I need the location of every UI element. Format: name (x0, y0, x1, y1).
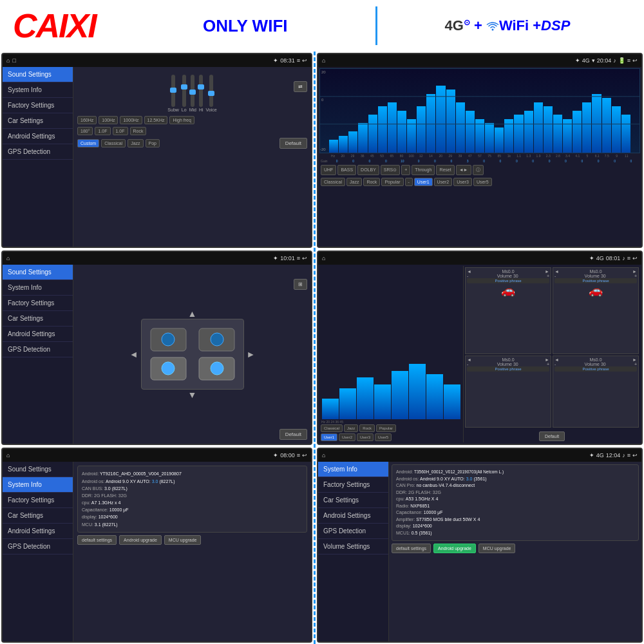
back-icon-r1[interactable]: ↩ (632, 57, 638, 64)
freq-125khz[interactable]: 12.5KHz (144, 116, 168, 124)
sidebar-item-car-settings-2[interactable]: Car Settings (3, 311, 73, 327)
home-icon-r2[interactable]: ⌂ (322, 255, 325, 261)
default-btn-2[interactable]: Default (279, 429, 307, 440)
preset-custom[interactable]: Custom (77, 139, 99, 147)
sidebar-item-android-settings[interactable]: Android Settings (3, 129, 73, 144)
menu-icon-r3[interactable]: ≡ (627, 452, 630, 459)
freq-high[interactable]: High freq (169, 116, 194, 124)
sidebar-item-factory-settings-2[interactable]: Factory Settings (3, 296, 73, 311)
dsp2-user3[interactable]: User3 (357, 433, 374, 441)
home-icon-2[interactable]: ⌂ (6, 255, 10, 261)
sp2-plus[interactable]: + (634, 274, 637, 278)
mcu-upgrade-btn-left[interactable]: MCU upgrade (164, 535, 202, 545)
default-btn-r2[interactable]: Default (539, 431, 565, 441)
sidebar-item-car-settings[interactable]: Car Settings (3, 113, 73, 129)
user3-btn[interactable]: User3 (453, 178, 472, 186)
info-btn[interactable]: ⓘ (473, 165, 484, 175)
home-icon-r3[interactable]: ⌂ (322, 452, 325, 459)
speaker-eq-btn[interactable]: ⊞ (294, 279, 307, 290)
default-btn-1[interactable]: Default (279, 138, 307, 149)
sp4-left-arrow[interactable]: ◄ (554, 357, 559, 362)
srs-btn[interactable]: SRS⊙ (381, 165, 400, 175)
back-icon-2[interactable]: ↩ (302, 255, 307, 261)
sp1-minus[interactable]: - (467, 274, 468, 278)
dolby-btn[interactable]: DOLBY (357, 165, 379, 175)
sidebar-item-gps-detection-r3[interactable]: GPS Detection (318, 524, 388, 539)
sidebar-item-factory-settings-r3[interactable]: Factory Settings (318, 477, 388, 493)
sound-eq-btn[interactable]: ⇄ (294, 81, 307, 92)
sidebar-item-factory-settings-3[interactable]: Factory Settings (3, 493, 73, 508)
dsp2-classical[interactable]: Classical (321, 424, 343, 432)
home-icon[interactable]: ⌂ (6, 57, 10, 64)
preset-classical[interactable]: Classical (101, 139, 126, 147)
bass-btn[interactable]: BASS (337, 165, 356, 175)
user1-btn[interactable]: User1 (414, 178, 433, 186)
dsp2-popular[interactable]: Popular (376, 424, 396, 432)
uhf-btn[interactable]: UHF (321, 165, 336, 175)
rock-btn-r1[interactable]: Rock (363, 178, 380, 186)
sidebar-item-sound-settings-3[interactable]: Sound Settings (3, 462, 73, 477)
sp1-left-arrow[interactable]: ◄ (467, 269, 471, 274)
sidebar-item-sound-settings-2[interactable]: Sound Settings (3, 265, 73, 280)
classical-btn-r1[interactable]: Classical (321, 178, 345, 186)
sidebar-item-sound-settings[interactable]: Sound Settings (3, 67, 73, 82)
sidebar-item-factory-settings[interactable]: Factory Settings (3, 98, 73, 113)
arrow-down[interactable]: ▼ (188, 390, 197, 400)
sidebar-item-system-info[interactable]: System Info (3, 82, 73, 98)
reset-btn[interactable]: Reset (436, 165, 454, 175)
back-icon[interactable]: ↩ (302, 57, 307, 64)
sp1-right-arrow[interactable]: ► (545, 269, 549, 274)
sp3-left-arrow[interactable]: ◄ (467, 357, 471, 362)
popular-btn-r1[interactable]: Popular (381, 178, 403, 186)
sp2-right-arrow[interactable]: ► (632, 269, 637, 274)
android-upgrade-btn-left[interactable]: Android upgrade (119, 535, 162, 545)
expand-icon[interactable]: □ (12, 57, 15, 64)
dsp2-jazz[interactable]: Jazz (344, 424, 358, 432)
sidebar-item-gps-detection-3[interactable]: GPS Detection (3, 539, 73, 554)
preset-jazz[interactable]: Jazz (128, 139, 143, 147)
back-icon-r2[interactable]: ↩ (632, 255, 638, 261)
sidebar-item-android-settings-2[interactable]: Android Settings (3, 327, 73, 342)
plus-btn[interactable]: + (401, 165, 410, 175)
preset-pop[interactable]: Pop (146, 139, 160, 147)
phase-180[interactable]: 180° (77, 127, 93, 135)
back-icon-r3[interactable]: ↩ (632, 452, 638, 459)
freq-1000hz[interactable]: 1000Hz (120, 116, 142, 124)
sidebar-item-system-info-r3[interactable]: System Info (318, 462, 388, 477)
user2-btn[interactable]: User2 (434, 178, 453, 186)
arrow-right-icon[interactable]: ► (247, 349, 256, 359)
android-upgrade-btn-right[interactable]: Android upgrade (433, 544, 476, 553)
user5-btn[interactable]: User5 (473, 178, 492, 186)
dsp2-user1[interactable]: User1 (321, 433, 337, 441)
phase-1f-2[interactable]: 1.0F (113, 127, 128, 135)
sp3-right-arrow[interactable]: ► (545, 357, 549, 362)
sp3-minus[interactable]: - (467, 362, 468, 366)
arrow-left-icon[interactable]: ◄ (129, 349, 138, 359)
sp2-left-arrow[interactable]: ◄ (554, 269, 559, 274)
sp1-plus[interactable]: + (547, 274, 549, 278)
menu-icon-r1[interactable]: ≡ (627, 57, 630, 64)
sp4-plus[interactable]: + (634, 362, 637, 366)
home-icon-r1[interactable]: ⌂ (322, 57, 325, 64)
sidebar-item-car-settings-r3[interactable]: Car Settings (318, 493, 388, 508)
minus-btn[interactable]: - (405, 178, 413, 186)
through-btn[interactable]: Through (412, 165, 435, 175)
dsp2-user5[interactable]: User5 (375, 433, 392, 441)
dsp2-rock[interactable]: Rock (359, 424, 375, 432)
sidebar-item-volume-settings-r3[interactable]: Volume Settings (318, 539, 388, 554)
sp2-minus[interactable]: - (554, 274, 556, 278)
back-icon-3[interactable]: ↩ (302, 452, 307, 459)
rock-btn[interactable]: Rock (130, 127, 147, 135)
adjust-btn[interactable]: ◄► (456, 165, 471, 175)
sp3-plus[interactable]: + (547, 362, 549, 366)
sidebar-item-system-info-3[interactable]: System Info (3, 477, 73, 493)
sidebar-item-gps-detection-2[interactable]: GPS Detection (3, 342, 73, 357)
arrow-up[interactable]: ▲ (188, 308, 197, 319)
sidebar-item-system-info-2[interactable]: System Info (3, 280, 73, 296)
sidebar-item-android-settings-3[interactable]: Android Settings (3, 524, 73, 539)
sidebar-item-android-settings-r3[interactable]: Android Settings (318, 508, 388, 524)
menu-icon[interactable]: ≡ (297, 57, 300, 64)
freq-100hz[interactable]: 100Hz (99, 116, 118, 124)
menu-icon-3[interactable]: ≡ (297, 452, 300, 459)
sp4-right-arrow[interactable]: ► (632, 357, 637, 362)
